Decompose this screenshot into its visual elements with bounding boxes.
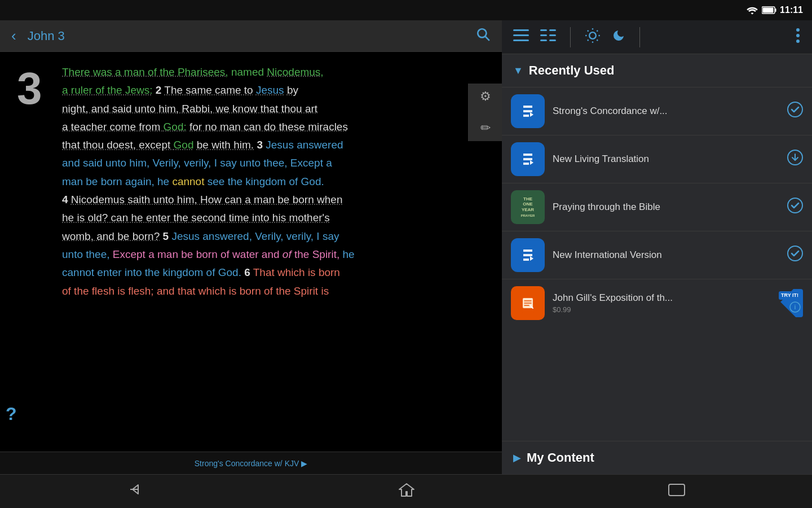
niv-action-icon	[787, 246, 803, 265]
svg-rect-10	[540, 34, 547, 36]
recently-used-arrow[interactable]: ▼	[513, 65, 523, 77]
chapter-title: John 3	[28, 29, 65, 43]
svg-rect-8	[540, 29, 547, 31]
verse-text-span: see the kingdom of God.	[208, 176, 324, 187]
wifi-icon	[746, 6, 758, 15]
svg-rect-2	[763, 8, 774, 13]
verse-text-span: Except a man be born of water and	[113, 248, 283, 260]
verse-text-span: be with him.	[197, 139, 254, 151]
toolbar-separator-2	[639, 27, 640, 47]
top-bar-nav: ‹ John 3	[11, 27, 65, 45]
night-mode-icon[interactable]	[612, 29, 625, 46]
brightness-icon[interactable]	[585, 28, 601, 47]
concordance-link[interactable]: Strong's Concordance w/ KJV ▶	[195, 459, 307, 468]
one-year-icon: THEONEYEARPRAYER	[511, 190, 545, 224]
right-toolbar	[502, 20, 812, 54]
try-badge-wrap: TRY IT! i	[775, 289, 803, 317]
svg-point-30	[788, 198, 802, 213]
svg-rect-13	[549, 40, 556, 41]
svg-line-22	[597, 30, 598, 31]
bible-text-area: 3 There was a man of the Pharisees, name…	[0, 52, 502, 452]
svg-rect-7	[513, 40, 529, 41]
list-item[interactable]: Strong's Concordance w/...	[502, 87, 812, 135]
verse-num: 3	[257, 139, 266, 151]
svg-rect-11	[549, 34, 556, 36]
list-item[interactable]: New Living Translation	[502, 135, 812, 183]
back-button[interactable]: ‹	[11, 27, 16, 45]
concordance-bar[interactable]: Strong's Concordance w/ KJV ▶	[0, 452, 502, 474]
john-gill-text: John Gill's Exposition of th... $0.99	[553, 292, 767, 314]
pencil-tool-icon[interactable]: ✏	[480, 121, 491, 135]
my-content-section[interactable]: ▶ My Content	[502, 441, 812, 474]
verse-text-span: The same came to	[164, 84, 253, 96]
svg-rect-5	[513, 29, 529, 31]
verse-text-span: There was a man of the Pharisees,	[62, 66, 228, 78]
john-gill-name: John Gill's Exposition of th...	[553, 292, 767, 304]
recently-used-title: Recently Used	[529, 63, 615, 78]
strongs-action-icon	[787, 102, 803, 121]
svg-point-3	[478, 29, 486, 37]
main-layout: ‹ John 3 3 There was a man of the Pharis…	[0, 20, 812, 474]
more-options-icon[interactable]	[795, 28, 801, 47]
settings-tool-icon[interactable]: ⚙	[480, 89, 491, 104]
strongs-text: Strong's Concordance w/...	[553, 106, 779, 117]
list-item[interactable]: THEONEYEARPRAYER Praying through the Bib…	[502, 183, 812, 231]
one-year-name: Praying through the Bible	[553, 202, 779, 213]
nlt-icon	[511, 142, 545, 176]
menu-icon[interactable]	[513, 29, 529, 45]
my-content-arrow[interactable]: ▶	[513, 452, 521, 464]
battery-icon	[762, 6, 776, 14]
svg-text:i: i	[795, 304, 796, 310]
one-year-text: Praying through the Bible	[553, 202, 779, 213]
one-year-action-icon	[787, 198, 803, 217]
verse-container: 3 There was a man of the Pharisees, name…	[17, 63, 485, 300]
svg-rect-6	[513, 34, 529, 36]
verse-text-span: the Spirit,	[294, 248, 339, 260]
svg-rect-1	[775, 8, 776, 12]
svg-line-21	[588, 40, 589, 41]
nav-home-button[interactable]	[398, 481, 415, 501]
niv-icon	[511, 238, 545, 272]
svg-line-18	[597, 40, 598, 41]
top-bar: ‹ John 3	[0, 20, 502, 52]
nav-recent-button[interactable]	[668, 483, 685, 500]
right-sidebar-tools: ⚙ ✏	[468, 84, 502, 141]
verse-num: 4	[62, 194, 71, 205]
chapter-number: 3	[17, 63, 56, 300]
verse-text-span: God:	[164, 121, 187, 133]
niv-text: New International Version	[553, 249, 779, 261]
toolbar-separator-1	[570, 27, 571, 47]
search-icon[interactable]	[476, 27, 491, 45]
my-content-title: My Content	[527, 450, 594, 465]
john-gill-price: $0.99	[553, 305, 767, 314]
svg-point-24	[796, 34, 800, 37]
verse-text-span: of	[283, 248, 292, 260]
content-list: ▼ Recently Used Strong's Concordance w/.…	[502, 54, 812, 441]
columns-icon[interactable]	[540, 29, 556, 45]
verse-text-span: God	[174, 139, 194, 151]
svg-point-32	[788, 246, 802, 261]
verse-text-span: a ruler of the Jews:	[62, 84, 153, 96]
help-button[interactable]: ?	[6, 404, 17, 424]
nav-back-button[interactable]	[127, 482, 145, 501]
status-icons: 11:11	[746, 5, 803, 15]
verse-num: 2	[156, 84, 165, 96]
right-panel: ▼ Recently Used Strong's Concordance w/.…	[502, 20, 812, 474]
verse-num: 5	[163, 230, 172, 242]
niv-name: New International Version	[553, 249, 779, 261]
verses-text: There was a man of the Pharisees, named …	[62, 63, 485, 300]
nlt-download-icon[interactable]	[787, 150, 803, 169]
recently-used-header: ▼ Recently Used	[502, 54, 812, 87]
strongs-icon	[511, 94, 545, 128]
svg-point-27	[788, 102, 802, 117]
list-item[interactable]: New International Version	[502, 231, 812, 279]
nlt-text: New Living Translation	[553, 154, 779, 165]
nlt-name: New Living Translation	[553, 154, 779, 165]
svg-point-14	[589, 32, 596, 39]
svg-rect-12	[540, 40, 547, 41]
svg-rect-38	[669, 484, 685, 496]
verse-text-span: cannot	[172, 176, 204, 187]
verse-text-span: Nicodemus,	[267, 66, 323, 78]
list-item[interactable]: John Gill's Exposition of th... $0.99 TR…	[502, 279, 812, 327]
status-bar: 11:11	[0, 0, 812, 20]
